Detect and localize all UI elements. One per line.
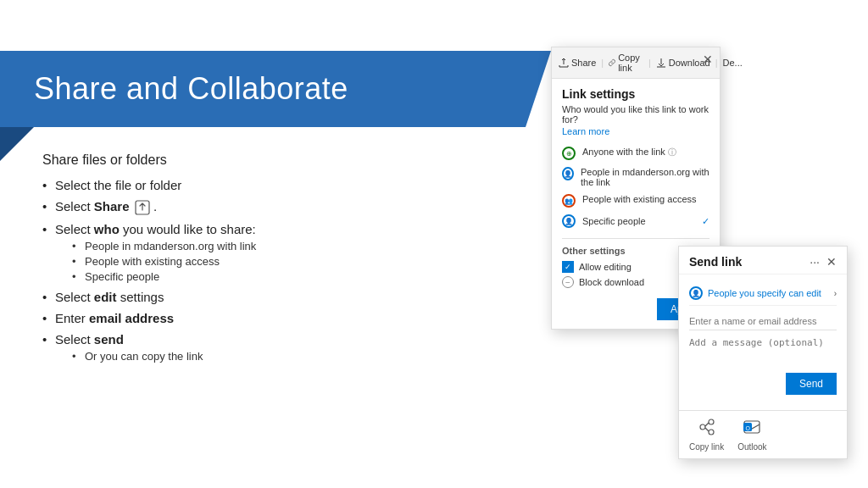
dialog-question: Who would you like this link to work for… bbox=[562, 104, 709, 125]
list-item: Select Share . bbox=[42, 199, 517, 215]
list-item: Select edit settings bbox=[42, 290, 517, 304]
dialog-title: Link settings bbox=[562, 87, 709, 101]
send-link-dialog: Send link ··· ✕ 👤 People you specify can… bbox=[678, 246, 848, 459]
bullet-text: Select Share . bbox=[55, 199, 157, 214]
list-item: Select the file or folder bbox=[42, 178, 517, 192]
allow-editing-checkbox[interactable]: ✓ bbox=[562, 261, 574, 273]
option-anyone[interactable]: ⊕ Anyone with the link ⓘ bbox=[562, 143, 709, 164]
toolbar-copy-link[interactable]: Copy link bbox=[609, 53, 643, 73]
bullet-text: Select send bbox=[55, 332, 124, 347]
send-button-area: Send bbox=[689, 373, 837, 403]
send-link-title: Send link bbox=[689, 255, 742, 269]
bullet-text: Enter email address bbox=[55, 311, 174, 325]
option-icon-blue: 👤 bbox=[562, 167, 574, 180]
sub-list-item: People with existing access bbox=[72, 255, 517, 268]
block-download-label: Block download bbox=[579, 277, 644, 287]
copy-link-icon bbox=[609, 58, 615, 68]
sub-bullet-list: People in mdanderson.org with link Peopl… bbox=[55, 240, 517, 283]
bold-who: who bbox=[94, 222, 120, 236]
people-can-edit-row[interactable]: 👤 People you specify can edit › bbox=[689, 281, 837, 306]
section-title: Share files or folders bbox=[42, 152, 517, 168]
sub-bullet-list-send: Or you can copy the link bbox=[55, 350, 517, 363]
send-link-body: 👤 People you specify can edit › Send bbox=[679, 274, 847, 410]
bullet-text: Select edit settings bbox=[55, 290, 164, 304]
option-icon-green: ⊕ bbox=[562, 147, 576, 160]
email-input[interactable] bbox=[689, 313, 837, 330]
download-icon bbox=[656, 58, 666, 68]
sub-list-item: Specific people bbox=[72, 270, 517, 283]
svg-line-5 bbox=[705, 428, 709, 431]
option-existing[interactable]: 👥 People with existing access bbox=[562, 191, 709, 211]
outlook-footer-label: Outlook bbox=[737, 442, 766, 452]
copy-link-footer-icon bbox=[698, 418, 716, 441]
option-specific[interactable]: 👤 Specific people ✓ bbox=[562, 211, 709, 231]
more-options-button[interactable]: ··· bbox=[810, 255, 820, 269]
allow-editing-label: Allow editing bbox=[579, 262, 632, 272]
people-icon: 👤 bbox=[689, 286, 703, 300]
copy-link-footer-label: Copy link bbox=[689, 442, 724, 452]
svg-line-4 bbox=[705, 423, 709, 426]
bold-email: email address bbox=[89, 311, 174, 325]
close-button[interactable]: ✕ bbox=[703, 53, 713, 66]
bold-send: send bbox=[94, 332, 124, 347]
chevron-right-icon: › bbox=[834, 289, 837, 298]
bold-edit: edit bbox=[94, 290, 117, 304]
send-link-header: Send link ··· ✕ bbox=[679, 247, 847, 274]
list-item: Select who you would like to share: Peop… bbox=[42, 222, 517, 283]
people-edit-text: People you specify can edit bbox=[708, 288, 829, 298]
header-banner: Share and Collaborate bbox=[0, 51, 526, 127]
toolbar-share[interactable]: Share bbox=[559, 58, 596, 68]
sub-list-item: People in mdanderson.org with link bbox=[72, 240, 517, 252]
outlook-icon: O bbox=[743, 418, 761, 441]
outlook-footer-button[interactable]: O Outlook bbox=[737, 418, 766, 452]
block-download-checkbox[interactable]: − bbox=[562, 276, 574, 288]
copy-link-footer-button[interactable]: Copy link bbox=[689, 418, 724, 452]
page-title: Share and Collaborate bbox=[34, 71, 348, 107]
sub-list-item: Or you can copy the link bbox=[72, 350, 517, 363]
share-toolbar-icon bbox=[559, 58, 569, 68]
option-icon-specific: 👤 bbox=[562, 214, 576, 228]
svg-point-3 bbox=[709, 430, 714, 435]
bullet-text: Select the file or folder bbox=[55, 178, 181, 192]
send-link-close-button[interactable]: ✕ bbox=[826, 255, 837, 269]
bullet-text: Select who you would like to share: bbox=[55, 222, 256, 236]
send-button[interactable]: Send bbox=[786, 373, 837, 395]
learn-more-link[interactable]: Learn more bbox=[562, 126, 709, 136]
banner-corner-decoration bbox=[0, 127, 34, 161]
list-item: Enter email address bbox=[42, 311, 517, 325]
message-textarea[interactable] bbox=[689, 337, 837, 363]
toolbar-more[interactable]: De... bbox=[723, 58, 743, 68]
svg-point-1 bbox=[700, 424, 705, 430]
option-icon-orange: 👥 bbox=[562, 194, 576, 208]
share-icon bbox=[135, 200, 150, 215]
send-link-footer: Copy link O Outlook bbox=[679, 410, 847, 458]
dialog-toolbar: Share | Copy link | Download | De... bbox=[552, 47, 720, 79]
option-org[interactable]: 👤 People in mdanderson.org with the link bbox=[562, 164, 709, 191]
list-item: Select send Or you can copy the link bbox=[42, 332, 517, 363]
svg-text:O: O bbox=[746, 425, 751, 431]
main-bullet-list: Select the file or folder Select Share .… bbox=[42, 178, 517, 363]
bold-share: Share bbox=[94, 199, 130, 214]
svg-point-2 bbox=[709, 419, 714, 424]
header-actions: ··· ✕ bbox=[810, 255, 837, 269]
option-checkmark: ✓ bbox=[702, 216, 709, 227]
divider bbox=[562, 238, 709, 239]
content-area: Share files or folders Select the file o… bbox=[42, 152, 517, 369]
